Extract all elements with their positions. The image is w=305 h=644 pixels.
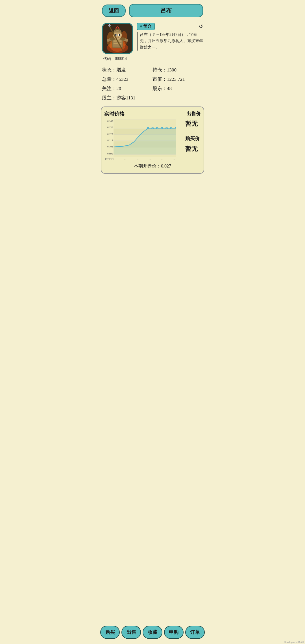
- stat-total: 总量：45323: [102, 75, 152, 83]
- price-chart-svg: 0.148 0.136 0.125 0.113 0.102 0.090: [104, 119, 176, 157]
- svg-point-21: [110, 37, 115, 40]
- xaxis-2: ...: [136, 158, 138, 160]
- market-cap-value: 1223.721: [167, 77, 185, 82]
- intro-content: 吕布（？～199年2月7日），字奉先，并州五原郡九原县人。东汉末年群雄之一。: [137, 32, 203, 51]
- stat-market-cap: 市值：1223.721: [152, 75, 203, 83]
- svg-rect-11: [114, 31, 121, 33]
- owner-value: 游客1131: [116, 95, 135, 101]
- chart-card: 实时价格 出售价 0.148 0.136 0.125 0.113 0.102 0…: [101, 106, 204, 174]
- avatar-image: [103, 24, 132, 53]
- xaxis-3: ...: [149, 158, 151, 160]
- chart-header: 实时价格 出售价: [104, 110, 201, 117]
- xaxis-4: ...: [161, 158, 163, 160]
- profile-section: 代码：000014 简介 ↺ 吕布（？～199年2月7日），字奉先，并州五原郡九…: [97, 20, 208, 63]
- svg-text:0.102: 0.102: [107, 145, 113, 148]
- svg-text:0.125: 0.125: [107, 133, 113, 136]
- stat-holding: 持仓：1300: [152, 66, 203, 74]
- opening-price: 本期开盘价：0.027: [104, 163, 201, 169]
- intro-header: 简介 ↺: [137, 23, 203, 30]
- holding-value: 1300: [167, 67, 177, 73]
- code-label: 代码：000014: [102, 56, 133, 61]
- header: 返回 吕布: [97, 0, 208, 20]
- chart-area: 0.148 0.136 0.125 0.113 0.102 0.090: [104, 119, 176, 160]
- holding-label: 持仓：: [152, 67, 167, 73]
- chart-prices-col: 暂无 购买价 暂无: [178, 119, 201, 160]
- svg-text:0.148: 0.148: [107, 120, 113, 123]
- xaxis-0: 1970/1/1: [105, 158, 114, 160]
- back-button[interactable]: 返回: [102, 5, 126, 17]
- xaxis-1: ...: [124, 158, 126, 160]
- realtime-label: 实时价格: [104, 110, 125, 117]
- status-value: 增发: [116, 67, 126, 73]
- no-sell-value: 暂无: [185, 119, 198, 128]
- xaxis-5: ...: [173, 158, 175, 160]
- watch-value: 20: [116, 86, 121, 91]
- chart-body: 0.148 0.136 0.125 0.113 0.102 0.090: [104, 119, 201, 160]
- stat-watch: 关注：20: [102, 84, 152, 93]
- intro-text: 吕布（？～199年2月7日），字奉先，并州五原郡九原县人。东汉末年群雄之一。: [140, 32, 203, 51]
- stat-shareholder: 股东：48: [152, 84, 203, 93]
- svg-text:0.113: 0.113: [107, 139, 113, 142]
- avatar-box: [102, 23, 133, 54]
- avatar-container: 代码：000014: [102, 23, 133, 61]
- stats-grid: 状态：增发 持仓：1300 总量：45323 市值：1223.721 关注：20…: [102, 66, 203, 102]
- total-label: 总量：: [102, 77, 116, 82]
- stat-status: 状态：增发: [102, 66, 152, 74]
- status-label: 状态：: [102, 67, 116, 73]
- stats-section: 状态：增发 持仓：1300 总量：45323 市值：1223.721 关注：20…: [97, 63, 208, 104]
- svg-rect-9: [114, 43, 121, 44]
- svg-point-15: [119, 34, 120, 36]
- intro-box: 简介 ↺ 吕布（？～199年2月7日），字奉先，并州五原郡九原县人。东汉末年群雄…: [137, 23, 203, 51]
- stat-owner: 股主：游客1131: [102, 94, 203, 102]
- svg-text:0.136: 0.136: [107, 126, 113, 129]
- refresh-icon[interactable]: ↺: [199, 23, 203, 30]
- intro-tag: 简介: [137, 23, 155, 30]
- shareholder-label: 股东：: [152, 86, 167, 91]
- market-cap-label: 市值：: [152, 77, 167, 82]
- svg-point-22: [120, 37, 125, 40]
- page-title: 吕布: [129, 4, 203, 17]
- intro-dot: [140, 25, 142, 27]
- intro-section-label: 简介: [143, 24, 152, 29]
- watch-label: 关注：: [102, 86, 116, 91]
- buy-price-section: 购买价 暂无: [185, 132, 200, 153]
- total-value: 45323: [116, 77, 128, 82]
- svg-point-14: [115, 34, 117, 36]
- shareholder-value: 48: [167, 86, 172, 91]
- svg-text:0.090: 0.090: [107, 152, 113, 155]
- owner-label: 股主：: [102, 95, 116, 101]
- chart-xaxis: 1970/1/1 ... ... ... ... ...: [104, 158, 176, 160]
- sell-price-label: 出售价: [186, 110, 201, 117]
